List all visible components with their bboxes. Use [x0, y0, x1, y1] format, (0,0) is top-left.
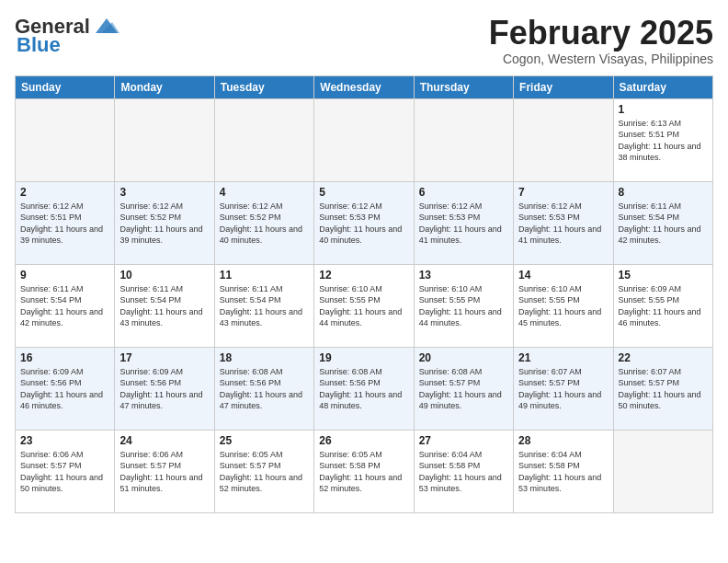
day-info: Sunrise: 6:12 AM Sunset: 5:52 PM Dayligh…	[220, 201, 309, 247]
day-number: 6	[419, 186, 508, 199]
day-number: 24	[119, 434, 209, 447]
day-info: Sunrise: 6:09 AM Sunset: 5:56 PM Dayligh…	[119, 366, 209, 412]
day-number: 28	[518, 434, 608, 447]
day-info: Sunrise: 6:11 AM Sunset: 5:54 PM Dayligh…	[20, 283, 109, 329]
day-info: Sunrise: 6:10 AM Sunset: 5:55 PM Dayligh…	[419, 283, 508, 329]
day-number: 16	[20, 351, 109, 364]
logo-blue: Blue	[15, 33, 121, 57]
day-info: Sunrise: 6:07 AM Sunset: 5:57 PM Dayligh…	[518, 366, 608, 412]
calendar-cell: 20Sunrise: 6:08 AM Sunset: 5:57 PM Dayli…	[414, 347, 513, 430]
day-info: Sunrise: 6:08 AM Sunset: 5:56 PM Dayligh…	[220, 366, 309, 412]
day-info: Sunrise: 6:04 AM Sunset: 5:58 PM Dayligh…	[419, 449, 508, 495]
day-number: 26	[319, 434, 408, 447]
day-header-friday: Friday	[514, 75, 613, 98]
calendar-cell: 23Sunrise: 6:06 AM Sunset: 5:57 PM Dayli…	[16, 430, 115, 512]
calendar-cell: 9Sunrise: 6:11 AM Sunset: 5:54 PM Daylig…	[16, 264, 115, 347]
day-number: 25	[220, 434, 309, 447]
title-block: February 2025 Cogon, Western Visayas, Ph…	[489, 15, 713, 66]
calendar-week-row: 9Sunrise: 6:11 AM Sunset: 5:54 PM Daylig…	[16, 264, 713, 347]
calendar-cell: 25Sunrise: 6:05 AM Sunset: 5:57 PM Dayli…	[214, 430, 313, 512]
day-number: 2	[20, 186, 109, 199]
day-info: Sunrise: 6:12 AM Sunset: 5:53 PM Dayligh…	[518, 201, 608, 247]
calendar-cell	[314, 98, 414, 181]
day-header-sunday: Sunday	[16, 75, 115, 98]
day-info: Sunrise: 6:11 AM Sunset: 5:54 PM Dayligh…	[619, 201, 708, 247]
day-number: 20	[419, 351, 508, 364]
calendar-header-row: SundayMondayTuesdayWednesdayThursdayFrid…	[16, 75, 713, 98]
day-number: 17	[119, 351, 209, 364]
calendar-cell: 8Sunrise: 6:11 AM Sunset: 5:54 PM Daylig…	[613, 181, 712, 264]
day-number: 27	[419, 434, 508, 447]
calendar-cell: 2Sunrise: 6:12 AM Sunset: 5:51 PM Daylig…	[16, 181, 115, 264]
day-info: Sunrise: 6:04 AM Sunset: 5:58 PM Dayligh…	[518, 449, 608, 495]
calendar-cell	[613, 430, 712, 512]
calendar-cell: 12Sunrise: 6:10 AM Sunset: 5:55 PM Dayli…	[314, 264, 414, 347]
calendar-cell: 18Sunrise: 6:08 AM Sunset: 5:56 PM Dayli…	[214, 347, 313, 430]
day-number: 5	[319, 186, 408, 199]
day-info: Sunrise: 6:12 AM Sunset: 5:53 PM Dayligh…	[319, 201, 408, 247]
day-info: Sunrise: 6:05 AM Sunset: 5:58 PM Dayligh…	[319, 449, 408, 495]
location: Cogon, Western Visayas, Philippines	[489, 52, 713, 66]
day-number: 19	[319, 351, 408, 364]
day-header-monday: Monday	[115, 75, 214, 98]
calendar: SundayMondayTuesdayWednesdayThursdayFrid…	[15, 75, 713, 513]
day-number: 12	[319, 269, 408, 282]
calendar-cell	[214, 98, 313, 181]
day-info: Sunrise: 6:10 AM Sunset: 5:55 PM Dayligh…	[518, 283, 608, 329]
calendar-week-row: 1Sunrise: 6:13 AM Sunset: 5:51 PM Daylig…	[16, 98, 713, 181]
calendar-cell	[514, 98, 613, 181]
calendar-week-row: 16Sunrise: 6:09 AM Sunset: 5:56 PM Dayli…	[16, 347, 713, 430]
day-header-thursday: Thursday	[414, 75, 513, 98]
calendar-cell: 6Sunrise: 6:12 AM Sunset: 5:53 PM Daylig…	[414, 181, 513, 264]
calendar-cell: 1Sunrise: 6:13 AM Sunset: 5:51 PM Daylig…	[613, 98, 712, 181]
day-number: 23	[20, 434, 109, 447]
day-number: 8	[619, 186, 708, 199]
day-number: 9	[20, 269, 109, 282]
day-header-wednesday: Wednesday	[314, 75, 414, 98]
calendar-cell: 13Sunrise: 6:10 AM Sunset: 5:55 PM Dayli…	[414, 264, 513, 347]
day-number: 7	[518, 186, 608, 199]
day-header-saturday: Saturday	[613, 75, 712, 98]
calendar-week-row: 23Sunrise: 6:06 AM Sunset: 5:57 PM Dayli…	[16, 430, 713, 512]
day-number: 14	[518, 269, 608, 282]
day-number: 21	[518, 351, 608, 364]
calendar-cell: 21Sunrise: 6:07 AM Sunset: 5:57 PM Dayli…	[514, 347, 613, 430]
day-info: Sunrise: 6:08 AM Sunset: 5:56 PM Dayligh…	[319, 366, 408, 412]
logo: General Blue	[15, 15, 121, 57]
day-number: 22	[619, 351, 708, 364]
calendar-cell: 27Sunrise: 6:04 AM Sunset: 5:58 PM Dayli…	[414, 430, 513, 512]
day-info: Sunrise: 6:11 AM Sunset: 5:54 PM Dayligh…	[119, 283, 209, 329]
day-info: Sunrise: 6:07 AM Sunset: 5:57 PM Dayligh…	[619, 366, 708, 412]
day-header-tuesday: Tuesday	[214, 75, 313, 98]
calendar-cell: 3Sunrise: 6:12 AM Sunset: 5:52 PM Daylig…	[115, 181, 214, 264]
day-number: 18	[220, 351, 309, 364]
day-info: Sunrise: 6:10 AM Sunset: 5:55 PM Dayligh…	[319, 283, 408, 329]
day-number: 3	[119, 186, 209, 199]
day-number: 15	[619, 269, 708, 282]
day-info: Sunrise: 6:06 AM Sunset: 5:57 PM Dayligh…	[20, 449, 109, 495]
calendar-cell: 19Sunrise: 6:08 AM Sunset: 5:56 PM Dayli…	[314, 347, 414, 430]
calendar-cell: 14Sunrise: 6:10 AM Sunset: 5:55 PM Dayli…	[514, 264, 613, 347]
calendar-week-row: 2Sunrise: 6:12 AM Sunset: 5:51 PM Daylig…	[16, 181, 713, 264]
calendar-cell	[115, 98, 214, 181]
calendar-cell: 7Sunrise: 6:12 AM Sunset: 5:53 PM Daylig…	[514, 181, 613, 264]
day-info: Sunrise: 6:09 AM Sunset: 5:56 PM Dayligh…	[20, 366, 109, 412]
day-info: Sunrise: 6:12 AM Sunset: 5:53 PM Dayligh…	[419, 201, 508, 247]
day-info: Sunrise: 6:09 AM Sunset: 5:55 PM Dayligh…	[619, 283, 708, 329]
day-info: Sunrise: 6:08 AM Sunset: 5:57 PM Dayligh…	[419, 366, 508, 412]
calendar-cell	[414, 98, 513, 181]
day-info: Sunrise: 6:12 AM Sunset: 5:52 PM Dayligh…	[119, 201, 209, 247]
day-number: 10	[119, 269, 209, 282]
calendar-cell: 24Sunrise: 6:06 AM Sunset: 5:57 PM Dayli…	[115, 430, 214, 512]
calendar-cell: 15Sunrise: 6:09 AM Sunset: 5:55 PM Dayli…	[613, 264, 712, 347]
day-number: 13	[419, 269, 508, 282]
calendar-cell: 4Sunrise: 6:12 AM Sunset: 5:52 PM Daylig…	[214, 181, 313, 264]
day-info: Sunrise: 6:05 AM Sunset: 5:57 PM Dayligh…	[220, 449, 309, 495]
page-header: General Blue February 2025 Cogon, Wester…	[15, 15, 713, 66]
calendar-cell: 16Sunrise: 6:09 AM Sunset: 5:56 PM Dayli…	[16, 347, 115, 430]
calendar-cell: 11Sunrise: 6:11 AM Sunset: 5:54 PM Dayli…	[214, 264, 313, 347]
calendar-cell: 22Sunrise: 6:07 AM Sunset: 5:57 PM Dayli…	[613, 347, 712, 430]
day-number: 4	[220, 186, 309, 199]
calendar-cell: 5Sunrise: 6:12 AM Sunset: 5:53 PM Daylig…	[314, 181, 414, 264]
calendar-cell: 17Sunrise: 6:09 AM Sunset: 5:56 PM Dayli…	[115, 347, 214, 430]
